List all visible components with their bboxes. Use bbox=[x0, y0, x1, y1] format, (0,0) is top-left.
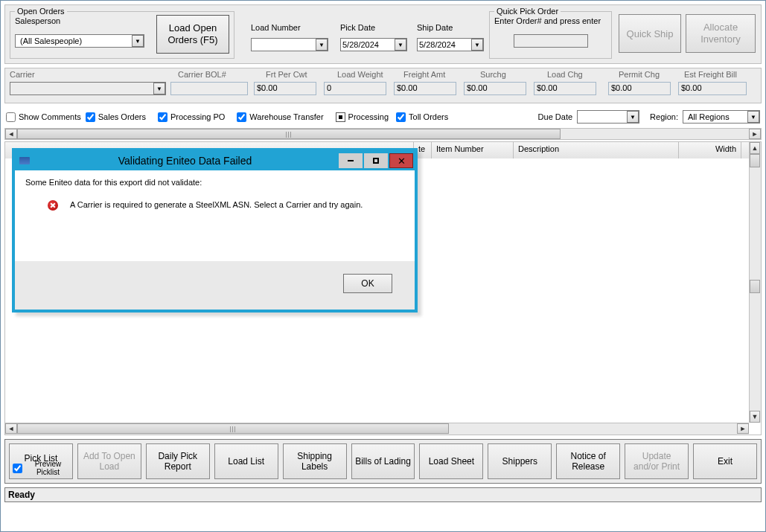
open-orders-groupbox: Open Orders Salesperson (All Salespeople… bbox=[10, 11, 234, 59]
load-number-label: Load Number bbox=[251, 23, 301, 32]
warehouse-transfer-input[interactable] bbox=[237, 112, 246, 122]
salesperson-label: Salesperson bbox=[15, 16, 60, 25]
app-icon bbox=[19, 157, 30, 164]
carrier-label: Carrier bbox=[10, 70, 35, 79]
est-freight-label: Est Freight Bill bbox=[684, 70, 737, 79]
processing-po-checkbox[interactable]: Processing PO bbox=[158, 112, 225, 122]
close-icon: ✕ bbox=[398, 156, 406, 167]
status-text: Ready bbox=[8, 490, 35, 500]
grid-horizontal-scrollbar[interactable]: ◄ ► bbox=[5, 423, 749, 435]
region-label: Region: bbox=[650, 112, 678, 121]
due-date-input[interactable] bbox=[577, 110, 639, 124]
scrollbar-thumb[interactable] bbox=[17, 423, 449, 434]
maximize-button[interactable] bbox=[364, 153, 388, 168]
scrollbar-thumb[interactable] bbox=[17, 129, 561, 139]
load-open-orders-line1: Load Open bbox=[169, 22, 217, 34]
pick-date-input[interactable] bbox=[340, 38, 407, 51]
quick-ship-button[interactable]: Quick Ship bbox=[619, 14, 681, 53]
quick-ship-label: Quick Ship bbox=[627, 28, 674, 39]
add-to-open-load-button[interactable]: Add To Open Load bbox=[77, 443, 141, 479]
notice-of-release-button[interactable]: Notice of Release bbox=[556, 443, 620, 479]
minimize-button[interactable] bbox=[339, 153, 363, 168]
frt-cwt-value: $0.00 bbox=[254, 82, 316, 95]
exit-button[interactable]: Exit bbox=[693, 443, 757, 479]
region-select[interactable]: All Regions bbox=[683, 110, 760, 124]
grid-col-width[interactable]: Width bbox=[679, 142, 741, 158]
maximize-icon bbox=[373, 158, 379, 164]
top-toolbar-panel: Open Orders Salesperson (All Salespeople… bbox=[4, 4, 762, 64]
minimize-icon bbox=[348, 160, 354, 161]
quick-pick-input[interactable] bbox=[514, 34, 588, 48]
sales-orders-checkbox[interactable]: Sales Orders bbox=[86, 112, 146, 122]
error-icon bbox=[48, 200, 58, 211]
pick-date-label: Pick Date bbox=[340, 23, 375, 32]
carrier-select[interactable] bbox=[10, 82, 166, 95]
dialog-title-text: Validating Eniteo Data Failed bbox=[33, 155, 337, 167]
shipping-labels-button[interactable]: Shipping Labels bbox=[283, 443, 347, 479]
carrier-bol-label: Carrier BOL# bbox=[178, 70, 226, 79]
open-orders-legend: Open Orders bbox=[15, 7, 67, 16]
processing-po-input[interactable] bbox=[158, 112, 167, 122]
freight-amt-value: $0.00 bbox=[394, 82, 456, 95]
surchg-label: Surchg bbox=[480, 70, 506, 79]
load-chg-label: Load Chg bbox=[547, 70, 583, 79]
toll-orders-checkbox[interactable]: Toll Orders bbox=[396, 112, 448, 122]
frt-cwt-label: Frt Per Cwt bbox=[266, 70, 307, 79]
carrier-panel: Carrier ▼ Carrier BOL# Frt Per Cwt $0.00… bbox=[4, 68, 762, 103]
pick-list-button[interactable]: Pick List Preview Picklist bbox=[9, 443, 73, 479]
quick-pick-legend: Quick Pick Order bbox=[494, 7, 561, 16]
carrier-bol-value bbox=[170, 82, 248, 95]
quick-pick-hint: Enter Order# and press enter bbox=[494, 16, 601, 25]
scroll-down-icon[interactable]: ▼ bbox=[750, 411, 760, 423]
scroll-right-icon[interactable]: ► bbox=[737, 423, 749, 434]
load-open-orders-button[interactable]: Load Open Orders (F5) bbox=[156, 15, 229, 54]
scrollbar-thumb-2[interactable] bbox=[750, 280, 760, 293]
warehouse-transfer-checkbox[interactable]: Warehouse Transfer bbox=[237, 112, 323, 122]
top-horizontal-scrollbar[interactable]: ◄ ► bbox=[4, 128, 762, 140]
allocate-inventory-button[interactable]: Allocate Inventory bbox=[686, 14, 756, 53]
due-date-label: Due Date bbox=[538, 112, 572, 121]
scroll-left-icon[interactable]: ◄ bbox=[5, 423, 17, 434]
scroll-up-icon[interactable]: ▲ bbox=[750, 142, 760, 154]
scrollbar-thumb[interactable] bbox=[750, 154, 760, 167]
ship-date-label: Ship Date bbox=[417, 23, 453, 32]
status-bar: Ready bbox=[4, 487, 762, 502]
scroll-left-icon[interactable]: ◄ bbox=[5, 129, 17, 139]
freight-amt-label: Freight Amt bbox=[403, 70, 445, 79]
show-comments-input[interactable] bbox=[6, 112, 16, 122]
preview-picklist-checkbox[interactable] bbox=[13, 464, 22, 473]
dialog-message-detail: A Carrier is required to generate a Stee… bbox=[70, 200, 363, 209]
load-weight-value: 0 bbox=[324, 82, 386, 95]
show-comments-checkbox[interactable]: Show Comments bbox=[6, 112, 81, 122]
ok-label: OK bbox=[361, 278, 374, 289]
dialog-titlebar[interactable]: Validating Eniteo Data Failed ✕ bbox=[15, 151, 415, 170]
ok-button[interactable]: OK bbox=[343, 274, 392, 293]
shippers-button[interactable]: Shippers bbox=[488, 443, 552, 479]
toll-orders-input[interactable] bbox=[396, 112, 406, 122]
scroll-right-icon[interactable]: ► bbox=[749, 129, 761, 139]
filter-row: Show Comments Sales Orders Processing PO… bbox=[4, 107, 762, 126]
processing-checkbox[interactable]: Processing bbox=[336, 112, 389, 122]
salesperson-select[interactable]: (All Salespeople) bbox=[15, 34, 144, 48]
permit-chg-label: Permit Chg bbox=[619, 70, 660, 79]
update-print-button[interactable]: Update and/or Print bbox=[625, 443, 689, 479]
grid-col-item-number[interactable]: Item Number bbox=[432, 142, 514, 158]
daily-pick-report-button[interactable]: Daily Pick Report bbox=[146, 443, 210, 479]
surchg-value: $0.00 bbox=[464, 82, 526, 95]
quick-pick-groupbox: Quick Pick Order Enter Order# and press … bbox=[489, 11, 612, 59]
grid-col-description[interactable]: Description bbox=[514, 142, 679, 158]
bottom-button-bar: Pick List Preview Picklist Add To Open L… bbox=[4, 439, 762, 484]
grid-vertical-scrollbar[interactable]: ▲ ▼ bbox=[749, 142, 761, 423]
load-number-select[interactable] bbox=[251, 38, 328, 51]
load-list-button[interactable]: Load List bbox=[214, 443, 278, 479]
load-open-orders-line2: Orders (F5) bbox=[167, 34, 217, 46]
permit-chg-value: $0.00 bbox=[608, 82, 671, 95]
ship-date-input[interactable] bbox=[417, 38, 484, 51]
close-button[interactable]: ✕ bbox=[389, 153, 413, 168]
sales-orders-input[interactable] bbox=[86, 112, 95, 122]
preview-picklist-label: Preview Picklist bbox=[24, 460, 72, 476]
dialog-message-main: Some Eniteo data for this export did not… bbox=[25, 178, 404, 187]
load-sheet-button[interactable]: Load Sheet bbox=[419, 443, 483, 479]
square-filled-icon bbox=[336, 112, 345, 122]
bills-of-lading-button[interactable]: Bills of Lading bbox=[351, 443, 415, 479]
